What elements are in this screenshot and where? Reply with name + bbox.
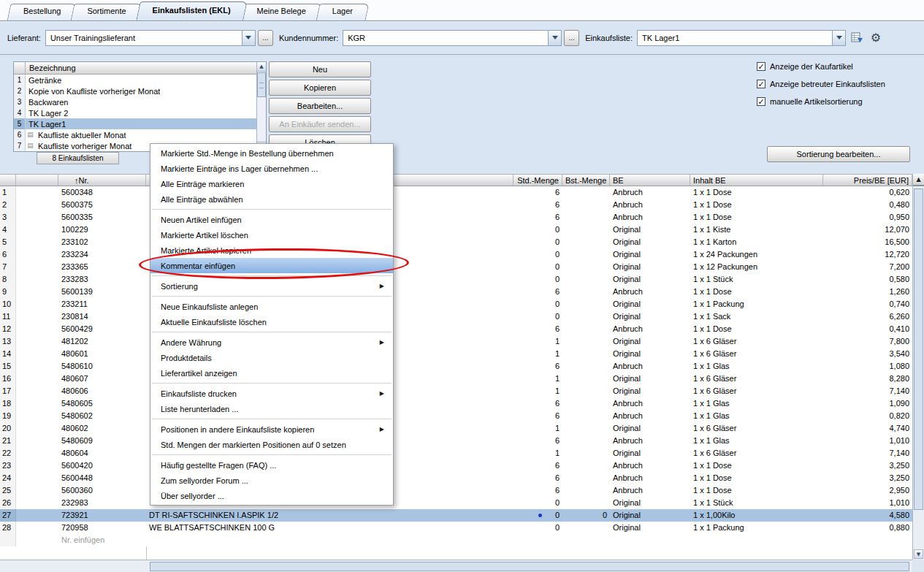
cell-preis: 1,080 <box>823 360 912 373</box>
menu-item-alle-einträge-abwählen[interactable]: Alle Einträge abwählen <box>150 191 393 207</box>
table-row[interactable]: 174806061Original1 x 6 Gläser7,140 <box>0 385 912 397</box>
checkbox-manuelle-artikelsortierung[interactable]: ✓ <box>757 97 765 106</box>
table-vertical-scrollbar[interactable]: ▲ ▼ <box>912 174 924 560</box>
table-row[interactable]: 204806021Original1 x 6 Gläser4,740 <box>0 422 912 435</box>
menu-item-positionen-in-andere-einkaufsliste-kopieren[interactable]: Positionen in andere Einkaufsliste kopie… <box>150 422 393 437</box>
scroll-up-button[interactable]: ▲ <box>257 62 266 72</box>
table-scroll-down-button[interactable]: ▼ <box>914 549 923 559</box>
menu-item-sortierung[interactable]: Sortierung▶ <box>150 278 393 294</box>
table-row[interactable]: 2154806096Anbruch1 x 1 Glas1,010 <box>0 435 912 447</box>
kundennummer-more-button[interactable]: ... <box>564 30 579 46</box>
kundennummer-combobox[interactable]: KGR <box>343 30 562 46</box>
menu-item-lieferartikel-anzeigen[interactable]: Lieferartikel anzeigen <box>150 365 393 381</box>
menu-item-einkaufsliste-drucken[interactable]: Einkaufsliste drucken▶ <box>150 386 393 401</box>
col-header-rownum[interactable] <box>0 175 16 186</box>
table-row[interactable]: 2356004206Anbruch1 x 1 Dose3,250 <box>0 459 912 472</box>
menu-item-label: Liste herunterladen ... <box>161 405 238 413</box>
table-row[interactable]: 41002290Original1 x 1 Kiste12,070 <box>0 224 912 236</box>
scroll-to-top-button[interactable]: ▲ <box>913 174 924 186</box>
menu-item-zum-sellyorder-forum[interactable]: Zum sellyorder Forum ... <box>150 473 393 488</box>
cell-nr: 480602 <box>58 422 146 435</box>
table-row[interactable]: 256003756Anbruch1 x 1 Dose0,480 <box>0 199 912 211</box>
table-row[interactable]: 164806071Original1 x 6 Gläser8,280 <box>0 373 912 385</box>
table-row[interactable]: 224806041Original1 x 6 Gläser7,140 <box>0 447 912 459</box>
checkbox-anzeige-der-kaufartikel[interactable]: ✓ <box>757 62 765 71</box>
neu-button[interactable]: Neu <box>269 61 371 77</box>
table-row[interactable]: 956001396Anbruch1 x 1 Dose1,260 <box>0 286 912 298</box>
table-row[interactable]: 2456004486Anbruch1 x 1 Dose3,250 <box>0 472 912 484</box>
kopieren-button[interactable]: Kopieren <box>269 80 371 96</box>
bearbeiten-button[interactable]: Bearbeiten... <box>269 98 371 114</box>
edit-list-icon[interactable] <box>849 30 865 46</box>
table-row[interactable]: 1954806026Anbruch1 x 1 Glas0,820 <box>0 410 912 422</box>
menu-item-liste-herunterladen[interactable]: Liste herunterladen ... <box>150 401 393 416</box>
table-row[interactable]: 62332340Original1 x 24 Packungen12,720 <box>0 248 912 261</box>
table-row[interactable]: 1854806056Anbruch1 x 1 Glas1,090 <box>0 397 912 410</box>
table-row[interactable]: 112308140Original1 x 1 Sack6,260 <box>0 310 912 323</box>
einkaufsliste-dropdown-button[interactable] <box>832 31 845 45</box>
lieferant-dropdown-button[interactable] <box>242 31 255 45</box>
sortierung-bearbeiten-button[interactable]: Sortierung bearbeiten... <box>767 146 910 162</box>
table-row[interactable]: 134812021Original1 x 6 Gläser7,800 <box>0 335 912 348</box>
menu-item-aktuelle-einkaufsliste-löschen[interactable]: Aktuelle Einkaufsliste löschen <box>150 314 393 329</box>
col-header-inhalt-be[interactable]: Inhalt BE <box>690 175 823 186</box>
tab-einkaufslisten-ekl[interactable]: Einkaufslisten (EKL) <box>138 1 245 20</box>
table-row[interactable]: 28720958WE BLATTSAFTSCHINKEN 100 G0Origi… <box>0 522 912 534</box>
einkaufsliste-combobox[interactable]: TK Lager1 <box>637 30 846 46</box>
col-header-bst-menge[interactable]: Bst.-Menge <box>562 175 610 186</box>
tab-lager[interactable]: Lager <box>318 4 367 20</box>
menu-item-kommentar-einfügen[interactable]: Kommentar einfügen <box>150 258 393 273</box>
horizontal-scrollbar-thumb[interactable] <box>150 562 909 571</box>
list-item-kopie-von-kaufliste-vorheriger-monat[interactable]: 2Kopie von Kaufliste vorheriger Monat <box>14 85 256 96</box>
list-item-backwaren[interactable]: 3Backwaren <box>14 96 256 107</box>
list-scrollbar[interactable]: ▲ ▼ <box>256 62 266 151</box>
menu-item-andere-währung[interactable]: Andere Währung▶ <box>150 335 393 350</box>
col-header-be[interactable]: BE <box>610 175 690 186</box>
table-row[interactable]: 1256004296Anbruch1 x 1 Dose0,410 <box>0 323 912 335</box>
menu-item-über-sellyorder[interactable]: Über sellyorder ... <box>150 488 393 503</box>
settings-gear-icon[interactable]: ⚙ <box>868 30 884 46</box>
menu-item-std-mengen-der-markierten-positionen-auf-0-setzen[interactable]: Std. Mengen der markierten Positionen au… <box>150 437 393 452</box>
list-item-getränke[interactable]: 1Getränke <box>14 75 256 85</box>
menu-item-neue-einkaufsliste-anlegen[interactable]: Neue Einkaufsliste anlegen <box>150 299 393 314</box>
list-item-tk-lager-2[interactable]: 4TK Lager 2 <box>14 107 256 118</box>
kundennummer-dropdown-button[interactable] <box>548 31 561 45</box>
table-row[interactable]: 82332830Original1 x 1 Stück0,580 <box>0 273 912 286</box>
menu-item-neuen-artikel-einfügen[interactable]: Neuen Artikel einfügen <box>150 212 393 227</box>
table-row[interactable]: 72333650Original1 x 12 Packungen7,200 <box>0 261 912 273</box>
table-row[interactable]: 2556003606Anbruch1 x 1 Dose2,950 <box>0 484 912 497</box>
tab-bestellung[interactable]: Bestellung <box>9 4 75 20</box>
list-scrollbar-thumb[interactable] <box>257 72 266 97</box>
table-scrollbar-thumb[interactable] <box>914 188 923 510</box>
table-row[interactable]: 1554806106Anbruch1 x 1 Glas1,080 <box>0 360 912 373</box>
list-item-tk-lager1[interactable]: 5TK Lager1 <box>14 118 256 129</box>
table-row[interactable]: 356003356Anbruch1 x 1 Dose0,950 <box>0 211 912 224</box>
tab-meine-belege[interactable]: Meine Belege <box>243 4 321 20</box>
table-row[interactable]: 262329830Original1 x 1 Stück1,010 <box>0 497 912 509</box>
lieferant-more-button[interactable]: ... <box>258 30 273 46</box>
table-row-placeholder[interactable]: Nr. einfügen <box>0 534 912 546</box>
menu-item-markierte-std-menge-in-bestellung-übernehmen[interactable]: Markierte Std.-Menge in Bestellung übern… <box>150 145 393 161</box>
table-row[interactable]: 27723921DT RI-SAFTSCHINKEN I.ASPIK 1/200… <box>0 509 912 522</box>
list-scrollbar-track[interactable] <box>257 72 266 142</box>
menu-item-produktdetails[interactable]: Produktdetails <box>150 350 393 365</box>
col-header-nr[interactable]: ↑Nr. <box>58 175 146 186</box>
menu-item-markierte-einträge-ins-lager-übernehmen[interactable]: Markierte Einträge ins Lager übernehmen … <box>150 161 393 176</box>
menu-item-markierte-artikel-kopieren[interactable]: Markierte Artikel kopieren <box>150 243 393 258</box>
table-row[interactable]: 144806011Original1 x 6 Gläser3,540 <box>0 348 912 360</box>
list-item-kaufliste-aktueller-monat[interactable]: 6▤Kaufliste aktueller Monat <box>14 129 256 140</box>
menu-item-markierte-artikel-löschen[interactable]: Markierte Artikel löschen <box>150 227 393 243</box>
col-header-preis[interactable]: Preis/BE [EUR] <box>823 175 912 186</box>
col-header-gap[interactable] <box>16 175 58 186</box>
table-horizontal-scrollbar[interactable] <box>0 560 912 572</box>
col-header-std-menge[interactable]: Std.-Menge <box>513 175 562 186</box>
tab-sortimente[interactable]: Sortimente <box>72 4 140 20</box>
lieferant-combobox[interactable]: Unser Trainingslieferant <box>45 30 256 46</box>
table-row[interactable]: 52331020Original1 x 1 Karton16,500 <box>0 236 912 248</box>
table-row[interactable]: 102332110Original1 x 1 Packung0,740 <box>0 298 912 310</box>
menu-item-häufig-gestellte-fragen-faq[interactable]: Häufig gestellte Fragen (FAQ) ... <box>150 457 393 473</box>
checkbox-anzeige-betreuter-einkaufslisten[interactable]: ✓ <box>757 80 765 88</box>
menu-item-alle-einträge-markieren[interactable]: Alle Einträge markieren <box>150 176 393 191</box>
list-header-bezeichnung[interactable]: Bezeichnung <box>26 62 256 74</box>
table-row[interactable]: 156003486Anbruch1 x 1 Dose0,620 <box>0 186 912 199</box>
